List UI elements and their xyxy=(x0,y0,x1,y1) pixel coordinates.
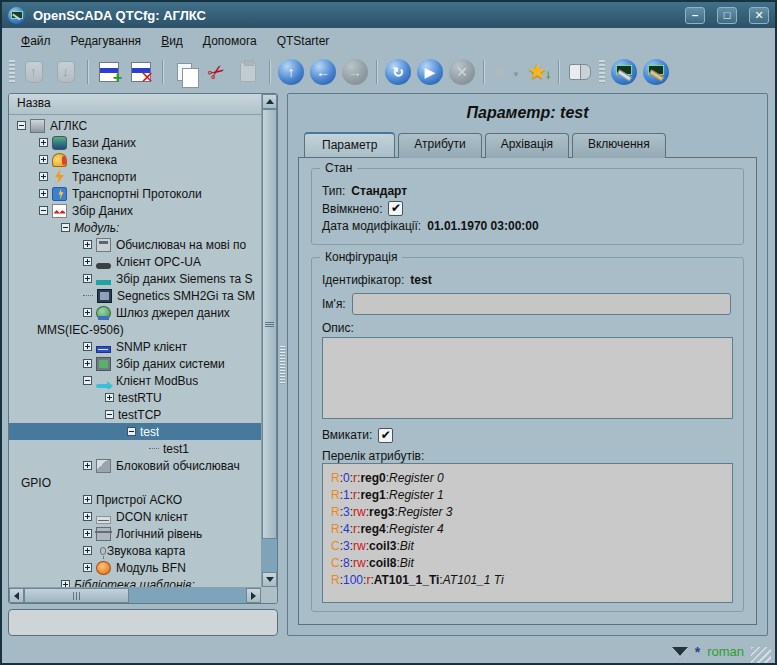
expand-icon[interactable] xyxy=(83,359,92,368)
expand-icon[interactable] xyxy=(39,138,48,147)
scroll-left-button[interactable] xyxy=(9,588,24,603)
expand-icon[interactable] xyxy=(83,257,92,266)
tree-item-модуль-[interactable]: Модуль: xyxy=(9,219,261,236)
copy-button[interactable] xyxy=(169,57,199,87)
vertical-scrollbar-thumb[interactable] xyxy=(262,109,277,539)
menu-item-вид[interactable]: Вид xyxy=(152,31,192,51)
attribute-row[interactable]: C:8:rw:coil8:Bit xyxy=(331,555,724,572)
scroll-up-button[interactable] xyxy=(262,94,277,109)
tree-item-test[interactable]: test xyxy=(9,423,261,440)
tree-item-логічний-рівень[interactable]: Логічний рівень xyxy=(9,525,261,542)
tree-item-шлюз-джерел-даних[interactable]: Шлюз джерел даних xyxy=(9,304,261,321)
resize-grip[interactable] xyxy=(751,647,771,663)
collapse-icon[interactable] xyxy=(39,206,48,215)
expand-icon[interactable] xyxy=(83,342,92,351)
tree-horizontal-scrollbar[interactable] xyxy=(9,587,261,603)
refresh-button[interactable]: ↻ xyxy=(383,57,413,87)
tree-item-модуль-bfn[interactable]: Модуль BFN xyxy=(9,559,261,576)
toolbar-handle[interactable] xyxy=(9,60,15,84)
back-button[interactable]: ← xyxy=(308,57,338,87)
tree-item-бібліотека-шаблонів-[interactable]: Бібліотека шаблонів: xyxy=(9,576,261,587)
attribute-row[interactable]: C:3:rw:coil3:Bit xyxy=(331,538,724,555)
start-button[interactable]: ▶ xyxy=(415,57,445,87)
tree-item-транспорти[interactable]: Транспорти xyxy=(9,168,261,185)
attribute-row[interactable]: R:1:r:reg1:Register 1 xyxy=(331,487,724,504)
to-enable-checkbox[interactable]: ✔ xyxy=(378,428,393,443)
expand-icon[interactable] xyxy=(83,495,92,504)
menu-item-qtstarter[interactable]: QTStarter xyxy=(268,31,339,51)
collapse-icon[interactable] xyxy=(105,410,114,419)
attribute-row[interactable]: R:3:rw:reg3:Register 3 xyxy=(331,504,724,521)
menu-item-редагування[interactable]: Редагування xyxy=(62,31,151,51)
tree-item-testtcp[interactable]: testTCP xyxy=(9,406,261,423)
manual-button[interactable] xyxy=(565,57,595,87)
tree-item-збір-даних-siemens-та-s[interactable]: Збір даних Siemens та S xyxy=(9,270,261,287)
expand-icon[interactable] xyxy=(61,580,70,587)
scroll-right-button[interactable] xyxy=(246,588,261,603)
expand-icon[interactable] xyxy=(83,546,92,555)
collapse-icon[interactable] xyxy=(61,223,70,232)
tab-включення[interactable]: Включення xyxy=(572,133,666,158)
up-button[interactable]: ↑ xyxy=(276,57,306,87)
menu-item-допомога[interactable]: Допомога xyxy=(194,31,266,51)
expand-icon[interactable] xyxy=(83,274,92,283)
tree-item-клієнт-modbus[interactable]: Клієнт ModBus xyxy=(9,372,261,389)
tree-item-транспортні-протоколи[interactable]: Транспортні Протоколи xyxy=(9,185,261,202)
expand-icon[interactable] xyxy=(39,189,48,198)
tree-item-testrtu[interactable]: testRTU xyxy=(9,389,261,406)
tree-item-збір-даних-системи[interactable]: Збір даних системи xyxy=(9,355,261,372)
tree-item-test1[interactable]: test1 xyxy=(9,440,261,457)
maximize-button[interactable]: □ xyxy=(717,7,737,24)
tree-item-аглкс[interactable]: АГЛКС xyxy=(9,117,261,134)
tree-item-пристрої-аско[interactable]: Пристрої АСКО xyxy=(9,491,261,508)
tab-параметр[interactable]: Параметр xyxy=(304,132,395,157)
minimize-button[interactable]: – xyxy=(685,7,705,24)
qtcfg-button[interactable] xyxy=(609,57,639,87)
tree-item-snmp-клієнт[interactable]: SNMP клієнт xyxy=(9,338,261,355)
expand-icon[interactable] xyxy=(105,393,114,402)
expand-icon[interactable] xyxy=(39,172,48,181)
horizontal-scrollbar-thumb[interactable] xyxy=(24,588,129,603)
tab-атрибути[interactable]: Атрибути xyxy=(398,133,481,158)
tree-item-безпека[interactable]: Безпека xyxy=(9,151,261,168)
enabled-checkbox[interactable]: ✔ xyxy=(388,201,403,216)
tree-item-segnetics-smh2gi-та-sm[interactable]: Segnetics SMH2Gi та SM xyxy=(9,287,261,304)
tree-item-dcon-клієнт[interactable]: DCON клієнт xyxy=(9,508,261,525)
scroll-down-button[interactable] xyxy=(262,572,277,587)
expand-icon[interactable] xyxy=(83,308,92,317)
attributes-list[interactable]: R:0:r:reg0:Register 0R:1:r:reg1:Register… xyxy=(322,463,733,603)
add-item-button[interactable]: + xyxy=(94,57,124,87)
panel-splitter[interactable] xyxy=(278,93,287,636)
tree-item-звукова-карта[interactable]: Звукова карта xyxy=(9,542,261,559)
qtcfg-edit-button[interactable] xyxy=(641,57,671,87)
expand-icon[interactable] xyxy=(83,512,92,521)
add-favorite-button[interactable]: ★↓ xyxy=(522,57,552,87)
attribute-row[interactable]: R:100:r:AT101_1_Ti:AT101_1 Ti xyxy=(331,572,724,589)
menu-item-файл[interactable]: Файл xyxy=(12,31,60,51)
delete-item-button[interactable]: ✕ xyxy=(126,57,156,87)
collapse-icon[interactable] xyxy=(127,427,136,436)
tree-item-збір-даних[interactable]: Збір Даних xyxy=(9,202,261,219)
vertical-scrollbar-track[interactable] xyxy=(262,539,277,572)
expand-icon[interactable] xyxy=(83,529,92,538)
tree-filter-input[interactable] xyxy=(8,609,278,636)
status-dropdown-icon[interactable] xyxy=(672,647,688,656)
horizontal-scrollbar-track[interactable] xyxy=(129,588,246,603)
name-input[interactable] xyxy=(352,293,731,315)
expand-icon[interactable] xyxy=(83,240,92,249)
description-textarea[interactable] xyxy=(322,337,733,419)
close-button[interactable]: ✕ xyxy=(749,7,769,24)
tree-vertical-scrollbar[interactable] xyxy=(261,94,277,587)
collapse-icon[interactable] xyxy=(17,121,26,130)
cut-button[interactable]: ✂ xyxy=(201,57,231,87)
toolbar-handle[interactable] xyxy=(599,60,605,84)
expand-icon[interactable] xyxy=(83,563,92,572)
tree-item-mms-iec-9506-[interactable]: MMS(IEC-9506) xyxy=(9,321,261,338)
tab-архівація[interactable]: Архівація xyxy=(485,133,569,158)
tree-item-бази-даних[interactable]: Бази Даних xyxy=(9,134,261,151)
expand-icon[interactable] xyxy=(39,155,48,164)
tree-item-клієнт-opc-ua[interactable]: Клієнт OPC-UA xyxy=(9,253,261,270)
tree-item-обчислювач-на-мові-по[interactable]: Обчислювач на мові по xyxy=(9,236,261,253)
attribute-row[interactable]: R:4:r:reg4:Register 4 xyxy=(331,521,724,538)
tree-item-gpio[interactable]: GPIO xyxy=(9,474,261,491)
